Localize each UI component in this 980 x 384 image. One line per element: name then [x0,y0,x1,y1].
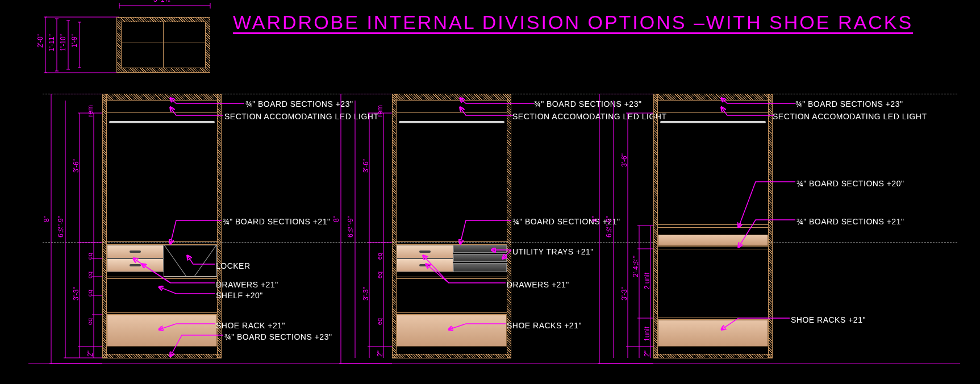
dim1-eq3: eq [86,290,93,297]
drawer-2a [397,245,453,258]
dim1-eq4: eq [86,318,93,325]
dim1-eq1: eq [86,253,93,260]
drawer-1a [107,245,164,258]
plan-dim-3: 1'-9" [70,34,78,48]
dim2-open: 8" [332,216,340,222]
drawer-2b [397,258,453,272]
plan-dim-2: 1'-10" [59,34,67,52]
hanger-rail-2 [399,121,504,123]
baseline [28,364,960,364]
utility-tray-2a [453,245,507,253]
dim2-rem: rem [376,105,384,117]
dim2-hanging: 3'-6" [362,159,370,173]
shoe-rack-3 [658,320,768,347]
dim-stack-1 [43,94,105,369]
hanger-rail-1 [109,121,215,123]
dim3-open: 8" [591,216,599,222]
dim2-toe: 2" [376,350,384,357]
dim1-eq2: eq [86,272,93,278]
dim2-lower: 3'-3" [362,287,370,300]
dim1-hanging: 3'-6" [72,159,80,173]
dim3-sub2: 2 unit [643,273,651,289]
lbl1-shelf: SHELF +20" [216,291,263,300]
lbl3-board21: ¾" BOARD SECTIONS +21" [796,217,904,226]
lbl2-shoeracks: SHOE RACKS +21" [507,321,582,330]
dim3-sub3: 1unit [643,327,651,341]
dim2-full: 6½'-9" [347,216,355,237]
drawer-1b [107,258,164,272]
dim1-full: 6½'-9" [57,216,65,237]
wardrobe-option-3 [653,94,773,364]
shoe-rack-1 [107,315,217,347]
dim3-lower: 3'-3" [620,287,628,300]
lbl3-led: SECTION ACCOMODATING LED LIGHT [773,112,927,121]
dim1-toe: 2" [86,350,94,357]
drawing-title: WARDROBE INTERNAL DIVISION OPTIONS –WITH… [233,11,913,34]
shelf-3 [658,235,768,246]
plan-view: 2'-0" 1'-11" 1'-10" 1'-9" 3'-1½" [40,6,210,80]
lbl2-drawers: DRAWERS +21" [507,280,569,289]
utility-tray-2c [453,263,507,272]
utility-tray-2b [453,254,507,262]
dim1-lower: 3'-3" [72,287,80,300]
dim3-hanging: 3'-6" [620,153,628,167]
lbl2-utility: UTILITY TRAYS +21" [512,247,594,256]
wardrobe-option-1 [102,94,222,364]
shoe-rack-2 [397,315,507,347]
plan-dim-1: 1'-11" [48,34,56,52]
lbl3-shoeracks: SHOE RACKS +21" [791,315,866,324]
lbl1-shoerack: SHOE RACK +21" [216,321,285,330]
dim3-full: 6½'-9" [605,216,613,237]
locker-1 [164,245,217,277]
lbl1-board23b: ¾" BOARD SECTIONS +23" [224,332,332,341]
lbl1-drawers: DRAWERS +21" [216,280,278,289]
dim-stack-2 [332,94,395,369]
lbl3-board20: ¾" BOARD SECTIONS +20" [796,179,904,188]
plan-dim-outer: 2'-0" [36,34,44,48]
hanger-rail-3 [660,121,766,123]
dim1-opening: 8" [43,216,51,222]
lbl3-board23: ¾" BOARD SECTIONS +23" [795,99,903,108]
lbl1-board21: ¾" BOARD SECTIONS +21" [223,217,330,226]
dim3-sub1: 2'-4½" [632,256,640,277]
dim3-toe: 2" [643,350,651,357]
plan-dim-width: 3'-1½" [153,0,173,3]
dim1-rem: rem [86,105,94,117]
lbl1-locker: LOCKER [216,261,251,270]
wardrobe-option-2 [392,94,511,364]
